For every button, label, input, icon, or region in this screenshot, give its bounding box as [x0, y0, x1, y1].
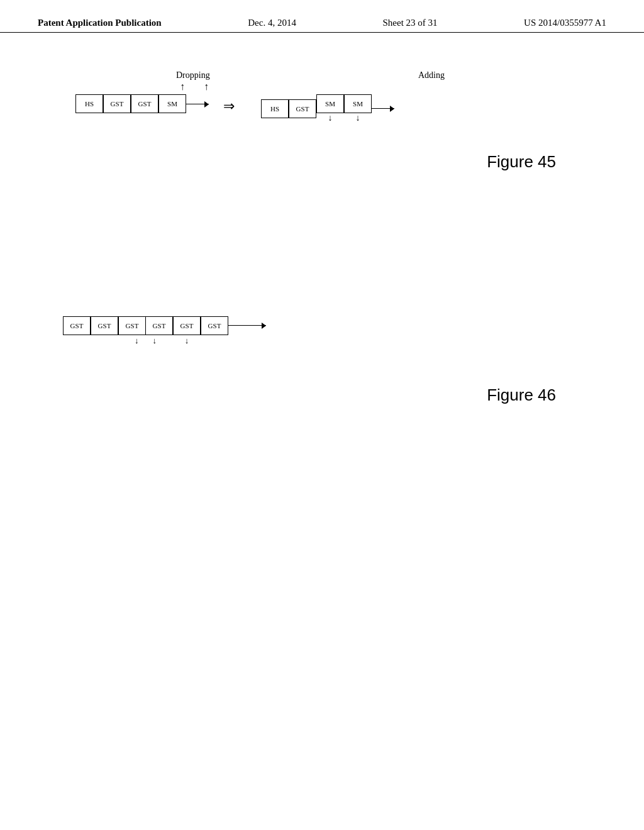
right-chain-arrow [372, 108, 394, 109]
up-arrow-1: ↑ [180, 82, 185, 92]
pkt-gst-right: GST [289, 99, 316, 118]
figure46-section: GST GST GST GST ↓ ↓ GST [38, 310, 606, 405]
down-arrow-single: ↓ [185, 336, 189, 345]
page-content: Dropping Adding ↑ ↑ HS GST GST SM ⇒ [0, 70, 644, 405]
pkt-sm1-right: SM [316, 94, 344, 113]
pkt-gst46-1: GST [63, 316, 91, 335]
fig46-timeline-arrow [228, 325, 266, 326]
patent-number: US 2014/0355977 A1 [524, 18, 606, 28]
sheet-info: Sheet 23 of 31 [382, 18, 437, 28]
down-arrow-dbl1: ↓ [135, 336, 139, 345]
double-gst-down: GST GST ↓ ↓ [118, 316, 173, 345]
pkt-gst46-2: GST [91, 316, 118, 335]
left-chain: HS GST GST SM [75, 94, 209, 113]
pkt-hs-right: HS [261, 99, 289, 118]
page-header: Patent Application Publication Dec. 4, 2… [0, 0, 644, 33]
figure46-label: Figure 46 [38, 385, 556, 405]
pkt-gst-left: GST [103, 94, 131, 113]
pkt-gst46-3a: GST [118, 316, 146, 335]
sm1-with-arrow: SM ↓ [316, 94, 344, 123]
pkt-gst46-5: GST [201, 316, 228, 335]
double-implies-arrow: ⇒ [223, 98, 235, 114]
fig46-chain: GST GST GST GST ↓ ↓ GST [63, 316, 266, 345]
up-arrows-dropping: ↑ ↑ [180, 82, 209, 92]
publication-date: Dec. 4, 2014 [248, 18, 296, 28]
down-arrow-sm2: ↓ [356, 114, 360, 123]
publication-label: Patent Application Publication [38, 18, 162, 28]
pkt-gst46-4: GST [173, 316, 201, 335]
down-arrow-dbl2: ↓ [153, 336, 157, 345]
right-chain: HS GST SM ↓ SM ↓ [261, 94, 394, 123]
double-gst-boxes: GST GST [118, 316, 173, 335]
up-arrow-2: ↑ [204, 82, 209, 92]
diagram46-container: GST GST GST GST ↓ ↓ GST [63, 310, 606, 360]
figure45-section: Dropping Adding ↑ ↑ HS GST GST SM ⇒ [38, 70, 606, 172]
pkt-sm-left: SM [158, 94, 186, 113]
pkt-gst2-left: GST [131, 94, 158, 113]
adding-label: Adding [418, 70, 445, 80]
dropping-label: Dropping [176, 70, 210, 80]
single-gst-down: GST ↓ [173, 316, 201, 345]
left-chain-arrow [186, 104, 209, 104]
sm2-with-arrow: SM ↓ [344, 94, 372, 123]
down-arrow-sm1: ↓ [328, 114, 333, 123]
pkt-sm2-right: SM [344, 94, 372, 113]
figure45-label: Figure 45 [38, 152, 556, 172]
double-down-arrows: ↓ ↓ [135, 336, 157, 345]
pkt-hs-left: HS [75, 94, 103, 113]
pkt-gst46-3b: GST [145, 316, 173, 335]
